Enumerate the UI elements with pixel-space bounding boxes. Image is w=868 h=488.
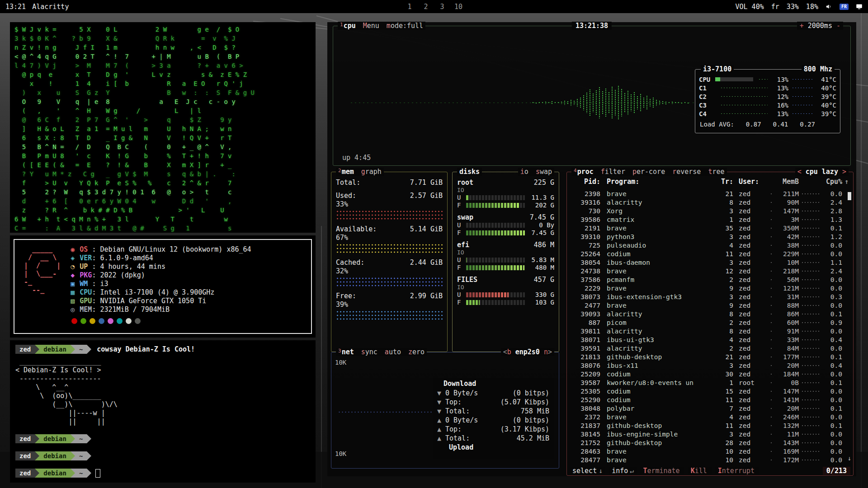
footer-action-button[interactable]: Kill (688, 467, 712, 475)
mode-toggle[interactable]: mode:full (387, 22, 423, 30)
speaker-icon[interactable] (826, 3, 832, 10)
footer-action-button[interactable]: info↵ (609, 467, 637, 475)
workspace-button[interactable]: 2 (419, 2, 433, 11)
process-list[interactable]: 2398 brave 21 zed 211M 0.0 39316 alacrit… (571, 189, 849, 464)
process-row[interactable]: 24738 brave 12 zed 218M 2.4 (571, 267, 849, 275)
process-row[interactable]: 730 Xorg 3 zed 147M 2.8 (571, 206, 849, 215)
net-auto-toggle[interactable]: auto (385, 348, 401, 356)
process-pid: 39316 (571, 199, 600, 206)
refresh-interval-control[interactable]: + 2000ms - (797, 22, 843, 30)
iface-next-button[interactable]: n (544, 348, 548, 356)
process-row[interactable]: 28463 brave 10 zed 169M 0.0 (571, 447, 849, 455)
process-row[interactable]: 25305 codium 15 zed 147M 0.0 (571, 387, 849, 395)
process-cpu: 0.0 (822, 242, 842, 249)
interval-plus-button[interactable]: + (800, 22, 804, 30)
powerline-arrow-icon (71, 451, 75, 460)
terminal-cmatrix[interactable]: $ W J v k = 5 X 0 L 2 W g e / $ O3 k $ 0… (10, 22, 316, 233)
process-row[interactable]: 39316 alacritty 8 zed 90M 2.4 (571, 198, 849, 206)
net-sync-toggle[interactable]: sync (361, 348, 377, 356)
process-row[interactable]: 38076 ibus-x11 3 zed 20M 0.4 (571, 361, 849, 370)
disks-swap-toggle[interactable]: swap (536, 168, 552, 176)
proc-reverse-toggle[interactable]: reverse (672, 168, 701, 176)
process-row[interactable]: 39591 alacritty 2 zed 84M 0.0 (571, 344, 849, 352)
matrix-rain-line: x ! 1 4 i [ b R a E O r Q ' j (14, 79, 311, 88)
proc-box-hotkey[interactable]: 4 (574, 168, 577, 174)
process-row[interactable]: 39811 alacritty 8 zed 91M 0.0 (571, 327, 849, 335)
dot-leader (801, 262, 820, 263)
net-box-hotkey[interactable]: 3 (338, 348, 341, 354)
terminal-sysfetch[interactable]: _____ / __ \ | / | | \___- -_ --_ ◉OS: D… (10, 235, 316, 338)
process-row[interactable]: 38048 polybar 7 zed 20M 0.1 (571, 404, 849, 413)
sort-prev-button[interactable]: < (797, 168, 802, 176)
footer-action-button[interactable]: select↓ (570, 467, 605, 475)
dot-leader (801, 244, 820, 246)
process-row[interactable]: 28477 brave 10 zed 172M 0.0 (571, 455, 849, 464)
scrollbar-thumb[interactable] (848, 192, 851, 200)
header-cpu[interactable]: Cpu% (822, 178, 842, 186)
header-pid[interactable]: Pid: (571, 178, 600, 186)
proc-percore-toggle[interactable]: per-core (632, 168, 665, 176)
process-row[interactable]: 25264 codium 11 zed 229M 0.0 (571, 249, 849, 258)
terminal-bpytop[interactable]: 1 cpu Menu mode:full 13:21:38 + 2000ms -… (327, 22, 856, 476)
mem-section-label: Free: (336, 292, 356, 300)
process-row[interactable]: 725 pulseaudio 4 zed 38M 0.0 (571, 241, 849, 249)
keyboard-flag-badge[interactable]: FR (840, 4, 849, 10)
proc-tree-toggle[interactable]: tree (708, 168, 724, 176)
net-interface-switcher[interactable]: <b enp2s0 n> (501, 348, 554, 356)
process-row[interactable]: 2398 brave 21 zed 211M 0.0 (571, 189, 849, 198)
process-row[interactable]: 38145 ibus-engine-simple 3 zed 11M 0.0 (571, 430, 849, 438)
header-user[interactable]: User: (739, 178, 768, 186)
process-row[interactable]: 39587 kworker/u8:0-events_un 1 root 0B 0… (571, 378, 849, 387)
footer-action-button[interactable]: Terminate (640, 467, 684, 475)
scroll-down-icon[interactable]: ↓ (848, 455, 851, 462)
sort-next-button[interactable]: > (842, 168, 846, 176)
process-row[interactable]: 37586 pcmanfm 2 zed 56M 0.0 (571, 275, 849, 284)
matrix-rain-line: ) x u S G z Y B w : : S F & g U (14, 88, 311, 97)
proc-sort-control[interactable]: < cpu lazy > (795, 168, 849, 176)
mem-box-hotkey[interactable]: 2 (338, 168, 341, 174)
iface-prev-button[interactable]: b (507, 348, 511, 356)
cpu-box-hotkey[interactable]: 1 (340, 22, 343, 28)
header-program[interactable]: Program: (607, 178, 718, 186)
process-row[interactable]: 38073 ibus-extension-gtk3 3 zed 31M 0.3 (571, 292, 849, 301)
process-footer: select↓ info↵ Terminate Kill Interrupt 0… (570, 465, 850, 476)
header-threads[interactable]: Tr: (718, 178, 733, 186)
process-row[interactable]: 2191 brave 35 zed 350M 0.1 (571, 224, 849, 232)
net-zero-toggle[interactable]: zero (408, 348, 425, 356)
process-row[interactable]: 38071 ibus-ui-gtk3 4 zed 33M 0.4 (571, 335, 849, 344)
process-row[interactable]: 39310 python3 3 zed 42M 1.2 (571, 232, 849, 241)
workspace-button[interactable]: 3 (435, 2, 449, 11)
process-row[interactable]: 21752 github-desktop 28 zed 143M 0.0 (571, 438, 849, 447)
process-row[interactable]: 2372 brave 4 zed 246M 0.0 (571, 413, 849, 421)
process-row[interactable]: 39093 alacritty 8 zed 86M 0.1 (571, 310, 849, 318)
process-row[interactable]: 2477 brave 9 zed 88M 0.0 (571, 301, 849, 310)
disks-io-toggle[interactable]: io (520, 168, 528, 176)
volume-label[interactable]: VOL 40% (735, 3, 764, 11)
header-mem[interactable]: MemB (774, 178, 799, 186)
menu-button[interactable]: Menu (363, 22, 379, 30)
sysinfo-row: ◎MEM: 2321MiB / 7904MiB (71, 305, 251, 314)
prompt-line-active[interactable]: zeddebian~ (15, 469, 310, 478)
process-row[interactable]: 39586 cmatrix 1 zed 3M 1.3 (571, 215, 849, 224)
workspace-button[interactable]: 1 (402, 2, 417, 11)
process-row[interactable]: 25290 codium 11 zed 141M 0.0 (571, 395, 849, 404)
proc-filter-toggle[interactable]: filter (601, 168, 625, 176)
process-row[interactable]: 38054 ibus-daemon 3 zed 10M 1.1 (571, 258, 849, 267)
footer-action-button[interactable]: Interrupt (715, 467, 759, 475)
net-stats-panel: Download ▼0 Byte/s(0 bitps) ▼Top:(5.07 K… (433, 378, 554, 459)
workspace-button[interactable]: 10 (451, 2, 466, 11)
mem-graph-toggle[interactable]: graph (361, 168, 382, 176)
interval-minus-button[interactable]: - (836, 22, 840, 30)
dot-leader (801, 193, 820, 195)
process-row[interactable]: 21837 github-desktop 11 zed 132M 0.1 (571, 421, 849, 430)
process-row[interactable]: 25209 codium 30 zed 184M 0.0 (571, 370, 849, 378)
keyboard-layout-label[interactable]: fr (771, 3, 779, 11)
process-program: picom (607, 319, 718, 326)
terminal-shell[interactable]: zeddebian~ cowsay Debian-Z Is Cool! ____… (10, 340, 316, 483)
process-row[interactable]: 21813 github-desktop 21 zed 177M 0.1 (571, 352, 849, 361)
sort-mode-label: cpu lazy (806, 168, 838, 176)
process-row[interactable]: 2229 brave 9 zed 121M 0.0 (571, 284, 849, 292)
process-row[interactable]: 887 picom 2 zed 60M 0.9 (571, 318, 849, 327)
process-program: python3 (607, 233, 718, 240)
scroll-up-icon[interactable]: ↑ (842, 178, 849, 186)
